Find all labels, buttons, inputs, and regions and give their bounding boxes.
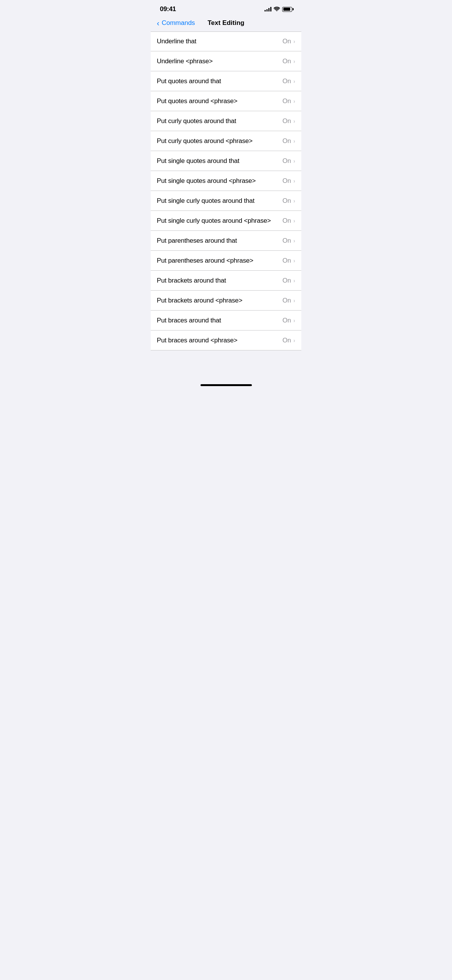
- status-time: 09:41: [160, 5, 176, 13]
- list-item[interactable]: Put brackets around <phrase> On ›: [151, 291, 301, 311]
- chevron-right-icon: ›: [293, 317, 295, 324]
- chevron-right-icon: ›: [293, 258, 295, 264]
- item-right: On ›: [283, 317, 295, 324]
- item-right: On ›: [283, 337, 295, 344]
- item-value: On: [283, 297, 291, 304]
- list-item[interactable]: Put braces around that On ›: [151, 311, 301, 331]
- back-label: Commands: [162, 19, 195, 27]
- item-value: On: [283, 77, 291, 85]
- list-item[interactable]: Underline <phrase> On ›: [151, 51, 301, 71]
- item-right: On ›: [283, 237, 295, 245]
- item-label: Put single curly quotes around <phrase>: [157, 217, 283, 225]
- list-item[interactable]: Put braces around <phrase> On ›: [151, 331, 301, 350]
- item-label: Put braces around that: [157, 317, 283, 324]
- item-value: On: [283, 277, 291, 284]
- chevron-right-icon: ›: [293, 138, 295, 144]
- item-right: On ›: [283, 58, 295, 65]
- item-label: Underline <phrase>: [157, 58, 283, 65]
- status-icons: [265, 6, 292, 12]
- item-right: On ›: [283, 277, 295, 284]
- item-label: Put single quotes around <phrase>: [157, 177, 283, 185]
- home-indicator: [151, 381, 301, 394]
- item-value: On: [283, 317, 291, 324]
- item-label: Put parentheses around that: [157, 237, 283, 245]
- item-label: Put brackets around that: [157, 277, 283, 284]
- item-value: On: [283, 197, 291, 205]
- chevron-right-icon: ›: [293, 158, 295, 164]
- item-value: On: [283, 337, 291, 344]
- list-item[interactable]: Put curly quotes around that On ›: [151, 111, 301, 131]
- chevron-right-icon: ›: [293, 58, 295, 64]
- item-label: Put quotes around <phrase>: [157, 97, 283, 105]
- list-item[interactable]: Put parentheses around that On ›: [151, 231, 301, 251]
- status-bar: 09:41: [151, 0, 301, 16]
- item-label: Put single quotes around that: [157, 157, 283, 165]
- item-right: On ›: [283, 117, 295, 125]
- item-value: On: [283, 237, 291, 245]
- signal-icon: [265, 7, 271, 12]
- chevron-right-icon: ›: [293, 78, 295, 84]
- item-value: On: [283, 58, 291, 65]
- battery-icon: [282, 7, 292, 12]
- chevron-right-icon: ›: [293, 238, 295, 244]
- item-right: On ›: [283, 137, 295, 145]
- item-label: Put braces around <phrase>: [157, 337, 283, 344]
- item-label: Put curly quotes around that: [157, 117, 283, 125]
- page-title: Text Editing: [207, 19, 244, 27]
- item-right: On ›: [283, 217, 295, 225]
- chevron-right-icon: ›: [293, 98, 295, 104]
- item-right: On ›: [283, 177, 295, 185]
- chevron-right-icon: ›: [293, 198, 295, 204]
- list-item[interactable]: Put curly quotes around <phrase> On ›: [151, 131, 301, 151]
- item-value: On: [283, 117, 291, 125]
- item-label: Put brackets around <phrase>: [157, 297, 283, 304]
- item-value: On: [283, 137, 291, 145]
- list-item[interactable]: Put single quotes around that On ›: [151, 151, 301, 171]
- list-item[interactable]: Put quotes around <phrase> On ›: [151, 91, 301, 111]
- item-right: On ›: [283, 77, 295, 85]
- list-container: Underline that On › Underline <phrase> O…: [151, 31, 301, 350]
- item-value: On: [283, 97, 291, 105]
- list-item[interactable]: Put single curly quotes around that On ›: [151, 191, 301, 211]
- item-label: Underline that: [157, 38, 283, 45]
- home-bar: [201, 384, 252, 386]
- chevron-right-icon: ›: [293, 178, 295, 184]
- list-item[interactable]: Put single curly quotes around <phrase> …: [151, 211, 301, 231]
- item-right: On ›: [283, 197, 295, 205]
- list-item[interactable]: Put quotes around that On ›: [151, 71, 301, 91]
- nav-header: ‹ Commands Text Editing: [151, 16, 301, 31]
- list-item[interactable]: Put single quotes around <phrase> On ›: [151, 171, 301, 191]
- list-item[interactable]: Put parentheses around <phrase> On ›: [151, 251, 301, 271]
- item-value: On: [283, 157, 291, 165]
- item-right: On ›: [283, 297, 295, 304]
- chevron-right-icon: ›: [293, 298, 295, 304]
- item-value: On: [283, 38, 291, 45]
- chevron-right-icon: ›: [293, 218, 295, 224]
- list-item[interactable]: Underline that On ›: [151, 31, 301, 51]
- item-label: Put curly quotes around <phrase>: [157, 137, 283, 145]
- item-value: On: [283, 257, 291, 265]
- item-right: On ›: [283, 157, 295, 165]
- item-label: Put parentheses around <phrase>: [157, 257, 283, 265]
- list-item[interactable]: Put brackets around that On ›: [151, 271, 301, 291]
- wifi-icon: [274, 6, 280, 12]
- chevron-right-icon: ›: [293, 337, 295, 344]
- item-right: On ›: [283, 97, 295, 105]
- chevron-right-icon: ›: [293, 38, 295, 44]
- bottom-spacer: [151, 350, 301, 381]
- back-button[interactable]: ‹ Commands: [157, 19, 195, 28]
- item-value: On: [283, 177, 291, 185]
- item-right: On ›: [283, 257, 295, 265]
- chevron-right-icon: ›: [293, 118, 295, 124]
- back-chevron-icon: ‹: [157, 19, 159, 28]
- item-value: On: [283, 217, 291, 225]
- item-right: On ›: [283, 38, 295, 45]
- item-label: Put single curly quotes around that: [157, 197, 283, 205]
- item-label: Put quotes around that: [157, 77, 283, 85]
- chevron-right-icon: ›: [293, 278, 295, 284]
